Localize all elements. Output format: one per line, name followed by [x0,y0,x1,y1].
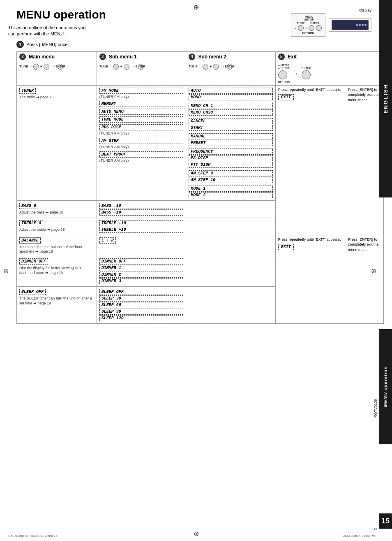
treble-plus10-item: TREBLE +10 [99,227,184,233]
tuner-sub1: FM MODE (TUNER FM only) MEMORY AUTO MEMO… [97,85,186,200]
menu-table: 2 Main menu 3 Sub menu 1 4 Sub menu 2 5 … [16,51,384,324]
dimmer-item: DIMMER OFF [19,258,48,265]
sleep-item: SLEEP OFF [19,289,46,295]
main-tune-label: TUNE [19,65,28,68]
balance-row: BALANCE You can adjust the balance of th… [17,235,384,256]
tune-mode-item: TUNE MODE [99,116,184,123]
tuner-sub2: AUTO MONO MEMO CH 1 MEMO CH30 CANCEL STA… [186,85,276,200]
balance-item: BALANCE [19,237,41,244]
tuner-exit: Press repeatedly until "EXIT" appears. E… [275,85,383,235]
enter-label-sm: ENTER [310,22,320,25]
treble-minus10-item: TREBLE -10 [99,220,184,226]
bass-plus10-item: BASS +10 [99,209,184,216]
reg-mark-left: ⊕ [3,267,9,274]
exit-press-repeatedly-2: Press repeatedly until "EXIT" appears. [278,237,344,243]
sleep-60-item: SLEEP 60 [99,302,184,308]
display-screen [332,20,369,30]
col-main-label: Main menu [29,53,55,59]
step-1-num: 1 [16,41,24,48]
footer: SA-HE40(RQTV0109-1E).indb 15 2/22/2006 4… [8,532,376,538]
controls-diagram: Display - MENU - SETUP TUNE ENTER [291,8,371,37]
balance-exit: Press repeatedly until "EXIT" appears. E… [275,235,383,323]
beat-proof-desc: (TUNER AM only) [99,158,184,163]
manual-item: MANUAL [189,133,273,139]
dimmer-1-item: DIMMER 1 [99,265,184,271]
exit-right-2: Press [ENTER] to completely exit the men… [348,237,381,253]
english-label: ENGLISH [383,84,389,114]
fm-mode-desc: (TUNER FM only) [99,95,184,100]
col-2-num: 2 [19,53,26,60]
rqtv-label: RQTV0109 [374,399,378,418]
memory-item: MEMORY [99,101,184,107]
exit-item-1: EXIT [278,94,294,100]
page-number: 15 [381,517,390,525]
exit-enter-btn[interactable] [302,70,311,79]
fm-mode-item: FM MODE [99,88,184,94]
enter-btn[interactable] [316,25,322,31]
main-tune-plus[interactable] [44,64,49,70]
auto-memo-item: AUTO MEMO [99,109,184,115]
exit-item-2: EXIT [278,244,294,250]
cancel-item: CANCEL [189,118,273,124]
col-sub1-label: Sub menu 1 [109,53,137,59]
exit-press-enter-2: Press [ENTER] to completely exit the men… [348,237,381,253]
page-15-small: 15 [374,527,377,531]
return-label-sm: RETURN [302,32,314,35]
page-container: ⊕ ⊕ ⊕ ⊕ ENGLISH MENU operation 15 RQTV01… [0,0,392,541]
balance-desc: You can adjust the balance of the front … [19,245,94,254]
main-enter[interactable]: ENTER [58,64,63,70]
am-step-item: AM STEP [99,138,184,144]
sleep-sub1: SLEEP OFF SLEEP 30 SLEEP 60 SLEEP 90 SLE… [97,287,186,324]
tune-minus-btn[interactable] [298,25,304,31]
frequency-item: FREQUENCY [189,149,273,155]
balance-main: BALANCE You can adjust the balance of th… [17,235,97,256]
col-exit-label: Exit [288,53,297,59]
bass-sub1: BASS -10 BASS +10 [97,200,186,218]
bass-main: BASS 0 Adjust the bass ➡ page 18 [17,200,97,218]
col-header-sub1: 3 Sub menu 1 [97,51,186,62]
sub1-tune-label: TUNE [99,65,108,68]
pty-disp-item: PTY DISP [189,162,273,168]
col-3-num: 3 [99,53,106,60]
step-one: 1 Press [-MENU] once. [16,41,376,48]
dimmer-sub2 [186,256,276,287]
bass-desc: Adjust the bass ➡ page 18 [19,210,94,215]
setup-label-diagram: - SETUP [302,18,314,21]
tuner-desc: The radio ➡ page 16 [19,95,94,100]
sub2-tune-plus[interactable] [213,64,219,70]
sleep-120-item: SLEEP 120 [99,315,184,321]
balance-sub1: L ◦ R [97,235,186,256]
sub2-enter[interactable]: ENTER [227,64,233,70]
sleep-main: SLEEP OFF The SLEEP timer can turn the u… [17,287,97,324]
exit-press-repeatedly-1: Press repeatedly until "EXIT" appears. [278,87,344,93]
sub2-tune-minus[interactable] [203,64,208,70]
exit-return-btn[interactable] [278,70,287,79]
tune-plus-btn[interactable] [309,25,314,31]
bass-sub2 [186,200,276,218]
exit-setup-label: – SETUP [278,67,290,70]
sleep-90-item: SLEEP 90 [99,309,184,315]
exit-menu-label: – MENU [278,64,290,67]
am-step-10-item: AM STEP 10 [189,177,273,183]
exit-controls: – MENU – SETUP RETURN → ENTER [275,62,383,85]
dimmer-main: DIMMER OFF Dim the display for better vi… [17,256,97,287]
col-header-main: 2 Main menu [17,51,97,62]
col-5-num: 5 [278,53,285,60]
tuner-main: TUNER The radio ➡ page 16 [17,85,97,200]
sub1-tune-plus[interactable] [124,64,129,70]
footer-date: 2/22/2006 4:33:20 PM [343,534,376,538]
display-dots [356,24,367,26]
step-1-text: Press [-MENU] once. [26,42,69,47]
ps-disp-item: PS DISP [189,155,273,161]
dimmer-2-item: DIMMER 2 [99,272,184,278]
tuner-row: TUNER The radio ➡ page 16 FM MODE (TUNER… [17,85,384,200]
menu-label-diagram: - MENU [303,15,314,18]
tuner-item: TUNER [19,88,36,94]
reg-mark-right: ⊕ [371,267,376,274]
main-tune-minus[interactable] [33,64,39,70]
sub1-enter[interactable]: ENTER [138,64,143,70]
sub1-tune-minus[interactable] [113,64,119,70]
main-tune-controls: TUNE – + → ENTER [17,62,97,85]
balance-sub2 [186,235,276,256]
menu-operation-tab: MENU operation [379,329,392,444]
